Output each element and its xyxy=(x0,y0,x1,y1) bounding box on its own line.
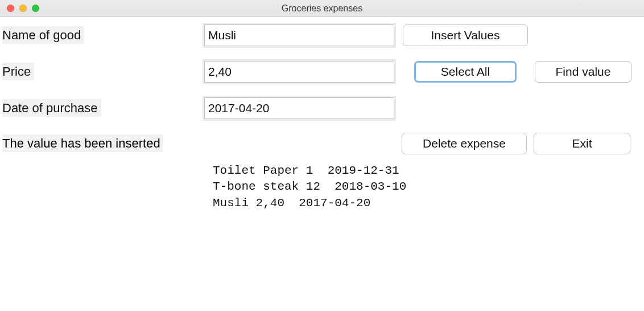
delete-expense-button[interactable]: Delete expense xyxy=(402,133,527,154)
form-area: Name of good Insert Values Price Select … xyxy=(0,17,644,211)
date-label: Date of purchase xyxy=(2,99,101,117)
insert-values-button[interactable]: Insert Values xyxy=(403,24,528,46)
select-all-button[interactable]: Select All xyxy=(414,61,517,83)
date-input[interactable] xyxy=(204,97,394,119)
zoom-icon[interactable] xyxy=(32,5,39,12)
exit-button[interactable]: Exit xyxy=(534,133,630,154)
close-icon[interactable] xyxy=(7,5,14,12)
window-title: Groceries expenses xyxy=(0,3,644,14)
find-value-button[interactable]: Find value xyxy=(535,61,631,83)
window-controls xyxy=(0,5,39,12)
price-label: Price xyxy=(2,63,34,80)
minimize-icon[interactable] xyxy=(19,5,27,12)
expenses-list: Toilet Paper 1 2019-12-31 T-bone steak 1… xyxy=(213,163,642,211)
window-titlebar: Groceries expenses xyxy=(0,0,644,17)
name-input[interactable] xyxy=(204,24,394,46)
price-input[interactable] xyxy=(204,61,394,83)
name-label: Name of good xyxy=(2,26,84,44)
status-message: The value has been inserted xyxy=(2,134,163,152)
